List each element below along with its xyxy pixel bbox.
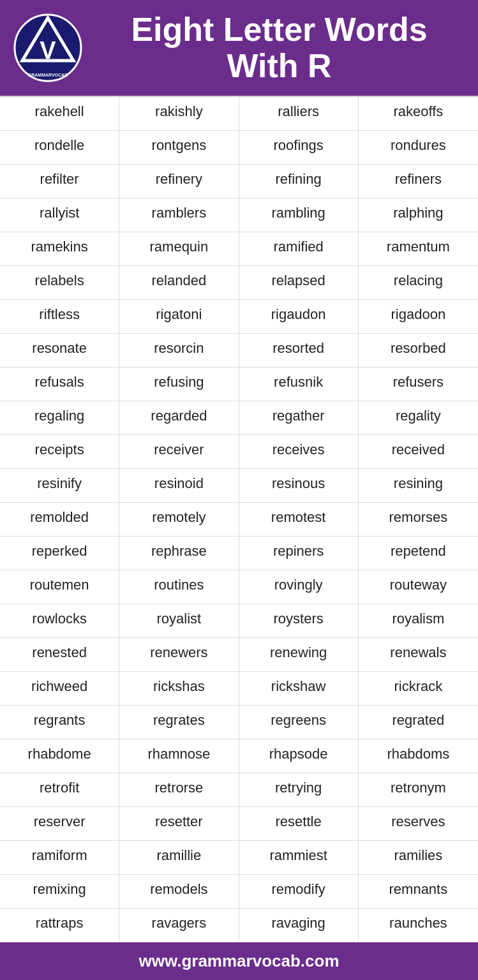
word-cell: regrants bbox=[0, 706, 119, 739]
word-cell: refusnik bbox=[239, 368, 359, 401]
word-cell: rammiest bbox=[239, 841, 359, 875]
word-cell: refusers bbox=[359, 368, 478, 401]
word-cell: rakeoffs bbox=[359, 97, 478, 131]
word-cell: ramekins bbox=[0, 232, 119, 266]
word-cell: ramentum bbox=[359, 232, 478, 266]
word-cell: rattraps bbox=[0, 909, 119, 942]
word-cell: receiver bbox=[119, 435, 239, 469]
word-cell: resetter bbox=[119, 807, 239, 841]
word-cell: rigatoni bbox=[119, 300, 239, 334]
word-cell: regather bbox=[239, 401, 359, 435]
word-cell: riftless bbox=[0, 300, 119, 334]
word-cell: regreens bbox=[239, 706, 359, 739]
word-cell: refining bbox=[239, 165, 359, 198]
word-cell: roofings bbox=[239, 131, 359, 165]
word-cell: ramillie bbox=[119, 841, 239, 875]
word-cell: royalism bbox=[359, 604, 478, 638]
svg-text:V: V bbox=[40, 37, 56, 64]
word-cell: rephrase bbox=[119, 537, 239, 570]
word-cell: resorbed bbox=[359, 334, 478, 368]
word-cell: rakehell bbox=[0, 97, 119, 131]
word-cell: refiners bbox=[359, 165, 478, 198]
word-cell: ralliers bbox=[239, 97, 359, 131]
word-cell: regarded bbox=[119, 401, 239, 435]
word-cell: retrying bbox=[239, 773, 359, 807]
svg-text:GRAMMARVOCAB: GRAMMARVOCAB bbox=[28, 73, 68, 77]
word-cell: repetend bbox=[359, 537, 478, 570]
word-cell: remorses bbox=[359, 503, 478, 537]
word-cell: ramilies bbox=[359, 841, 478, 875]
word-cell: resorted bbox=[239, 334, 359, 368]
word-cell: rondures bbox=[359, 131, 478, 165]
word-cell: routemen bbox=[0, 570, 119, 604]
word-cell: ravagers bbox=[119, 909, 239, 942]
word-cell: routines bbox=[119, 570, 239, 604]
word-cell: relabels bbox=[0, 266, 119, 300]
word-cell: reperked bbox=[0, 537, 119, 570]
word-cell: renested bbox=[0, 638, 119, 672]
word-cell: refinery bbox=[119, 165, 239, 198]
word-cell: relapsed bbox=[239, 266, 359, 300]
word-cell: roysters bbox=[239, 604, 359, 638]
word-cell: rickshaw bbox=[239, 672, 359, 706]
word-cell: rambling bbox=[239, 198, 359, 232]
word-cell: refilter bbox=[0, 165, 119, 198]
logo-icon: V GRAMMARVOCAB bbox=[13, 13, 83, 83]
word-cell: rhabdome bbox=[0, 739, 119, 773]
word-cell: regrates bbox=[119, 706, 239, 739]
word-cell: ramblers bbox=[119, 198, 239, 232]
word-cell: receives bbox=[239, 435, 359, 469]
word-cell: renewals bbox=[359, 638, 478, 672]
word-cell: rontgens bbox=[119, 131, 239, 165]
word-cell: refusals bbox=[0, 368, 119, 401]
word-cell: regality bbox=[359, 401, 478, 435]
word-cell: remnants bbox=[359, 875, 478, 909]
word-cell: rickshas bbox=[119, 672, 239, 706]
word-cell: raunches bbox=[359, 909, 478, 942]
word-cell: rovingly bbox=[239, 570, 359, 604]
word-cell: received bbox=[359, 435, 478, 469]
word-cell: rakishly bbox=[119, 97, 239, 131]
page-header: V GRAMMARVOCAB Eight Letter Words With R bbox=[0, 0, 478, 96]
word-cell: regaling bbox=[0, 401, 119, 435]
word-cell: reserver bbox=[0, 807, 119, 841]
word-cell: richweed bbox=[0, 672, 119, 706]
word-cell: rigaudon bbox=[239, 300, 359, 334]
word-cell: remolded bbox=[0, 503, 119, 537]
word-cell: retronym bbox=[359, 773, 478, 807]
word-cell: remixing bbox=[0, 875, 119, 909]
word-cell: renewers bbox=[119, 638, 239, 672]
word-cell: receipts bbox=[0, 435, 119, 469]
footer-url: www.grammarvocab.com bbox=[138, 951, 339, 970]
page-title: Eight Letter Words With R bbox=[93, 11, 465, 84]
word-cell: remotest bbox=[239, 503, 359, 537]
word-cell: royalist bbox=[119, 604, 239, 638]
word-table: rakehellrakishlyralliersrakeoffsrondelle… bbox=[0, 96, 478, 942]
word-cell: rondelle bbox=[0, 131, 119, 165]
word-cell: renewing bbox=[239, 638, 359, 672]
word-cell: resining bbox=[359, 469, 478, 503]
word-cell: resinoid bbox=[119, 469, 239, 503]
word-cell: refusing bbox=[119, 368, 239, 401]
word-cell: rhabdoms bbox=[359, 739, 478, 773]
word-cell: retrofit bbox=[0, 773, 119, 807]
word-cell: ramequin bbox=[119, 232, 239, 266]
word-cell: relanded bbox=[119, 266, 239, 300]
word-cell: resorcin bbox=[119, 334, 239, 368]
word-cell: resinous bbox=[239, 469, 359, 503]
word-cell: ralphing bbox=[359, 198, 478, 232]
word-cell: repiners bbox=[239, 537, 359, 570]
word-cell: rigadoon bbox=[359, 300, 478, 334]
word-cell: rhamnose bbox=[119, 739, 239, 773]
word-cell: rallyist bbox=[0, 198, 119, 232]
word-cell: ramiform bbox=[0, 841, 119, 875]
word-cell: rhapsode bbox=[239, 739, 359, 773]
footer: www.grammarvocab.com bbox=[0, 942, 478, 980]
word-cell: routeway bbox=[359, 570, 478, 604]
word-cell: ramified bbox=[239, 232, 359, 266]
word-cell: retrorsе bbox=[119, 773, 239, 807]
word-cell: reserves bbox=[359, 807, 478, 841]
word-cell: rickrack bbox=[359, 672, 478, 706]
word-cell: ravaging bbox=[239, 909, 359, 942]
word-cell: resettle bbox=[239, 807, 359, 841]
